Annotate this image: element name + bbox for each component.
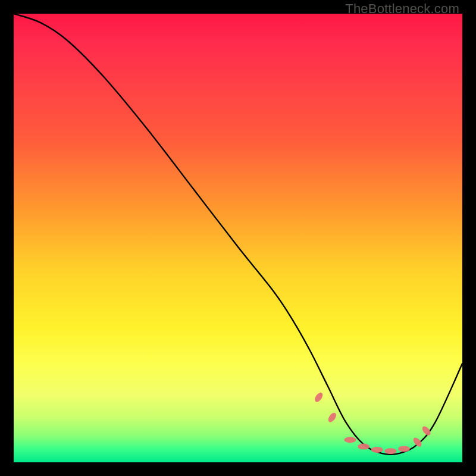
curve-marker xyxy=(384,448,396,454)
curve-marker xyxy=(371,447,383,453)
curve-marker xyxy=(313,391,324,403)
plot-area xyxy=(14,14,462,462)
chart-frame: TheBottleneck.com xyxy=(0,0,476,476)
curve-marker xyxy=(345,437,356,443)
curve-markers xyxy=(313,391,432,454)
curve-marker xyxy=(358,444,369,450)
bottleneck-curve-svg xyxy=(14,14,462,462)
curve-marker xyxy=(412,436,423,448)
curve-marker xyxy=(327,411,338,423)
bottleneck-curve-path xyxy=(14,14,462,455)
watermark-text: TheBottleneck.com xyxy=(345,1,459,17)
curve-marker xyxy=(398,446,410,452)
curve-path-group xyxy=(14,14,462,455)
